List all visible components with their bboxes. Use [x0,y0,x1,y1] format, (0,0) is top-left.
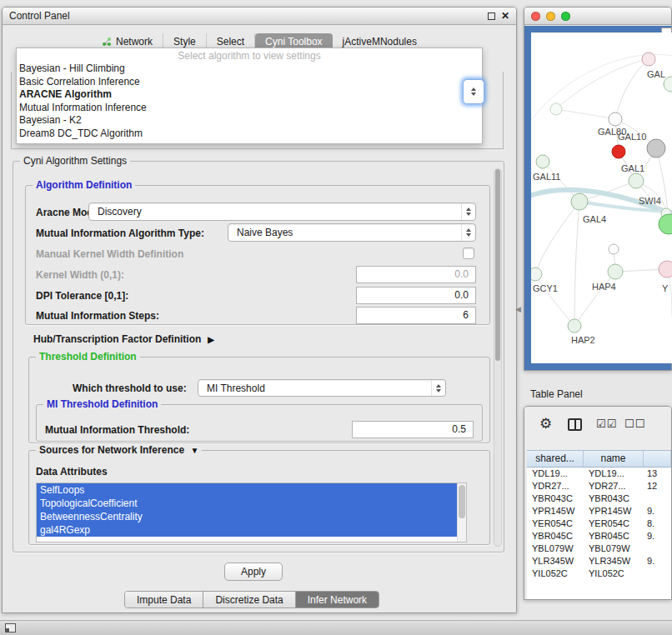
network-edge[interactable] [531,54,672,132]
network-edge[interactable] [574,272,615,326]
table-toolbar: ⚙ ☑☑ ☐☐ [524,407,671,450]
network-node[interactable] [536,155,549,168]
column-header[interactable] [644,451,671,467]
network-edge[interactable] [556,59,649,109]
table-row[interactable]: YBR045CYBR045C9. [527,530,671,542]
table-row[interactable]: YDL19...YDL19...13 [527,468,671,480]
chevron-updown-icon [431,380,445,396]
hub-tf-section-toggle[interactable]: Hub/Transcription Factor Definition▶ [33,333,214,345]
dpi-tolerance-input[interactable]: 0.0 [356,287,476,304]
table-cell: YIL052C [527,568,584,580]
table-row[interactable]: YBL079WYBL079W [527,542,671,555]
mi-threshold-input[interactable]: 0.5 [352,421,474,438]
algorithm-definition-group: Algorithm Definition Aracne Mode: Discov… [25,185,490,325]
network-edge[interactable] [535,202,579,274]
network-node[interactable] [609,112,622,126]
apply-button[interactable]: Apply [224,562,283,581]
aracne-mode-select[interactable]: Discovery [88,202,476,221]
data-attributes-listbox: SelfLoopsTopologicalCoefficientBetweenne… [36,482,467,542]
network-edge[interactable] [535,274,574,326]
network-edge[interactable] [556,109,615,119]
window-title: Control Panel [9,10,70,22]
traffic-lights [531,12,570,21]
network-node[interactable] [568,319,581,332]
network-node[interactable] [550,103,562,115]
network-node[interactable] [659,214,672,234]
algorithm-popup-list: Bayesian - Hill ClimbingBasic Correlatio… [17,62,482,140]
algorithm-option[interactable]: Bayesian - Hill Climbing [17,62,482,76]
data-attribute-item[interactable]: gal4RGexp [37,523,457,537]
close-light-icon[interactable] [531,12,540,21]
table-cell: YBR045C [527,530,584,542]
data-attribute-item[interactable]: BetweennessCentrality [37,510,457,523]
network-node[interactable] [609,244,619,254]
algorithm-option[interactable]: ARACNE Algorithm [17,88,482,102]
algorithm-definition-title: Algorithm Definition [33,179,135,191]
manual-kernel-label: Manual Kernel Width Definition [36,248,183,260]
algorithm-option[interactable]: Dream8 DC_TDC Algorithm [17,128,482,141]
network-node[interactable] [612,145,625,158]
algorithm-popup-placeholder: Select algorithm to view settings [17,50,482,62]
network-node[interactable] [571,193,588,210]
table-row[interactable]: YLR345WYLR345W9. [527,555,671,568]
show-columns-icon[interactable]: ☑☑ [596,418,617,430]
expand-right-icon: ▶ [208,335,214,344]
list-scrollbar[interactable] [457,483,466,542]
panel-toggle-icon[interactable] [5,623,16,632]
which-threshold-select[interactable]: MI Threshold [198,379,446,397]
network-node-label: GCY1 [533,283,558,293]
table-row[interactable]: YIL052CYIL052C [527,568,671,580]
which-threshold-label: Which threshold to use: [73,382,187,394]
mi-type-label: Mutual Information Algorithm Type: [36,228,204,239]
columns-icon[interactable] [568,418,582,431]
network-view-frame: GALGAL80GAL10GAL11GAL1SWI4GAL4GCY1HAP4YH… [524,26,671,370]
collapse-left-icon[interactable]: ◀ [515,305,521,313]
algorithm-option[interactable]: Bayesian - K2 [17,114,482,128]
tab-infer-network[interactable]: Infer Network [296,592,379,608]
control-panel-titlebar[interactable]: Control Panel ✕ [3,8,516,25]
list-scrollbar-thumb[interactable] [459,485,465,518]
table-row[interactable]: YER054CYER054C8. [527,518,671,530]
network-canvas-area[interactable]: GALGAL80GAL10GAL11GAL1SWI4GAL4GCY1HAP4YH… [531,32,672,363]
network-node[interactable] [629,173,644,188]
mi-type-select[interactable]: Naive Bayes [228,223,476,242]
network-edge[interactable] [574,202,579,326]
settings-scrollbar[interactable] [494,168,502,547]
mi-steps-input[interactable]: 6 [356,307,476,324]
kernel-width-input[interactable]: 0.0 [356,266,476,283]
column-header[interactable]: name [584,451,644,467]
sources-group-title[interactable]: Sources for Network Inference ▼ [36,444,202,456]
hide-columns-icon[interactable]: ☐☐ [624,418,645,430]
network-node[interactable] [531,268,542,281]
algorithm-popup: Select algorithm to view settings Bayesi… [16,48,483,144]
table-cell: YBR043C [584,492,644,505]
close-icon[interactable]: ✕ [501,12,509,20]
settings-scrollbar-thumb[interactable] [495,169,500,361]
network-node[interactable] [642,52,655,66]
table-row[interactable]: YBR043CYBR043C [527,492,671,505]
network-node[interactable] [659,261,672,278]
table-row[interactable]: YPR145WYPR145W9. [527,505,671,518]
algorithm-option[interactable]: Basic Correlation Inference [17,76,482,89]
float-window-icon[interactable] [488,12,495,20]
table-cell: YER054C [527,518,584,530]
algorithm-combo-arrow-button[interactable] [463,79,484,104]
tab-impute-data[interactable]: Impute Data [125,592,203,608]
network-node[interactable] [647,139,665,158]
manual-kernel-checkbox[interactable] [463,248,474,259]
minimize-light-icon[interactable] [546,12,555,21]
column-header[interactable]: shared... [527,451,584,467]
table-row[interactable]: YDR27...YDR27...12 [527,480,671,492]
data-attribute-item[interactable]: SelfLoops [37,483,457,497]
table-cell: YDR27... [584,480,644,492]
algorithm-option[interactable]: Mutual Information Inference [17,102,482,115]
table-cell: YPR145W [584,505,644,518]
network-node[interactable] [608,264,623,279]
gear-icon[interactable]: ⚙ [539,415,552,432]
cyni-algorithm-settings-group: Cyni Algorithm Settings Algorithm Defini… [13,161,504,552]
tab-discretize-data[interactable]: Discretize Data [203,592,295,608]
data-attribute-item[interactable]: TopologicalCoefficient [37,497,457,510]
network-window-titlebar[interactable] [524,8,671,25]
zoom-light-icon[interactable] [561,12,570,21]
status-strip [0,620,672,635]
